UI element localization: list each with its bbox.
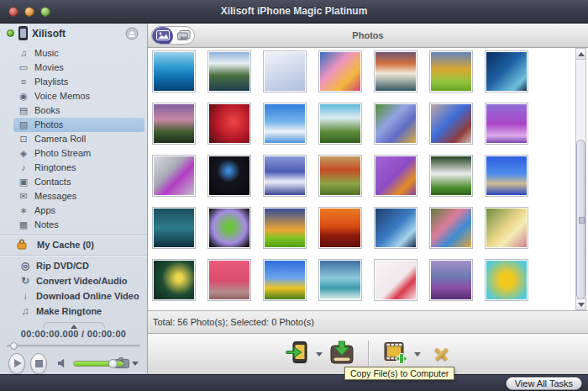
snapshot-dropdown-caret-icon[interactable] [132,362,139,366]
zoom-window-button[interactable] [40,7,50,17]
photo-thumbnail-pink-tree[interactable] [207,259,251,301]
photo-thumbnail-rose-ribbon[interactable] [374,259,417,301]
photo-thumbnail-daisy-sky[interactable] [263,103,307,145]
sidebar-tool-download-online-video[interactable]: ↓Download Online Video [15,288,144,304]
photo-thumbnail-dusk-villa[interactable] [374,50,417,92]
eject-icon[interactable] [125,27,139,40]
copy-to-computer-button[interactable] [330,341,354,367]
filmstrip-add-icon [383,341,407,367]
photo-thumbnail-blue-butterfly[interactable] [374,103,417,145]
photo-thumbnail-winter-fantasy[interactable] [263,50,307,92]
sidebar-item-music[interactable]: ♫Music [13,46,144,61]
sidebar-tool-rip-dvd-cd[interactable]: ◎Rip DVD/CD [15,258,144,273]
photo-thumbnail-waterfall[interactable] [318,259,362,301]
sidebar-item-photos[interactable]: ▨Photos [13,118,144,132]
sidebar-item-ringtones[interactable]: ♪Ringtones [13,161,144,175]
copy-to-device-icon [286,341,308,367]
copy-to-device-dropdown-caret-icon[interactable] [316,352,323,357]
photo-thumbnail-sunrise-meadow[interactable] [263,207,307,249]
scrollbar-thumb[interactable] [576,140,585,299]
photo-thumbnail-red-sunset-rocks[interactable] [318,207,362,249]
photo-thumbnail-sunset-field[interactable] [152,103,196,145]
delete-button[interactable] [428,345,450,363]
sidebar-device-row[interactable]: Xilisoft [0,26,147,41]
stop-button[interactable] [30,353,47,374]
photo-thumbnail-rainbow-rose[interactable] [207,207,251,249]
photo-thumbnail-country-house[interactable] [318,103,362,145]
photo-thumbnail-beach-panorama[interactable] [485,155,528,197]
play-icon [14,359,22,367]
minimize-window-button[interactable] [24,7,34,17]
photo-view-button[interactable] [152,27,173,45]
scroll-up-button[interactable] [576,49,585,60]
sidebar-tool-label: Rip DVD/CD [36,261,89,271]
seek-track [7,345,140,347]
sidebar-item-camera-roll[interactable]: ⊡Camera Roll [13,132,144,146]
main-header: Photos [148,24,588,48]
view-all-tasks-button[interactable]: View All Tasks [506,377,582,390]
sidebar-item-contacts[interactable]: ▣Contacts [13,175,144,189]
seek-slider[interactable] [7,342,140,350]
sidebar-item-movies[interactable]: ▭Movies [13,61,144,75]
sidebar-tool-label: Make Ringtone [36,306,102,316]
photo-thumbnail-dusk-lake-flowers[interactable] [429,259,473,301]
photo-thumbnail-bluebird-blossoms[interactable] [429,103,473,145]
photos-icon: ▨ [17,119,30,130]
photo-thumbnail-mandarin-fish[interactable] [429,207,473,249]
picture-icon [156,29,170,44]
volume-knob[interactable] [108,359,118,368]
sidebar-item-messages[interactable]: ✉Messages [13,189,144,203]
photo-thumbnail-purple-butterfly[interactable] [485,103,528,145]
photo-thumbnail-ice-planet[interactable] [374,207,417,249]
sidebar-tool-make-ringtone[interactable]: ♫Make Ringtone [15,304,144,319]
scroll-down-button[interactable] [576,299,585,309]
photo-stack-icon [177,29,191,44]
contacts-icon: ▣ [17,177,30,188]
photo-thumbnail-autumn-meadow[interactable] [429,50,473,92]
photo-thumbnail-butterfly-metal[interactable] [152,155,196,197]
sidebar-item-voice-memos[interactable]: ◉Voice Memos [13,89,144,103]
photo-thumbnail-forest-girl[interactable] [485,207,528,249]
photo-thumbnail-moon-fairy[interactable] [263,155,307,197]
lock-icon [17,238,27,251]
speaker-icon[interactable] [57,358,69,368]
sidebar-item-books[interactable]: ▤Books [13,103,144,118]
photo-thumbnail-yellow-mimosa[interactable] [485,259,528,301]
copy-to-device-button[interactable] [286,341,308,367]
sidebar-item-apps[interactable]: ∗Apps [13,203,144,218]
sidebar-item-playlists[interactable]: ≡Playlists [13,75,144,89]
export-convert-dropdown-caret-icon[interactable] [414,352,421,357]
play-button[interactable] [8,353,25,374]
photo-thumbnail-cherry-blossoms[interactable] [318,50,362,92]
close-window-button[interactable] [8,7,18,17]
sidebar-item-label: Playlists [34,77,68,87]
sidebar-divider [0,255,147,256]
arrow-down-icon [578,303,585,307]
main-panel: Photos Total: 56 Photo(s); Selected: 0 P… [148,24,588,374]
photo-thumbnail-red-rose[interactable] [207,103,251,145]
photo-thumbnail-purple-poppies[interactable] [374,155,417,197]
sidebar-tool-convert-video-audio[interactable]: ↻Convert Video/Audio [15,273,144,288]
photo-thumbnail-black-cat[interactable] [207,155,251,197]
export-convert-button[interactable] [383,341,407,367]
sidebar-item-my-cache[interactable]: My Cache (0) [0,237,147,252]
photo-thumbnail-tropical-lagoon[interactable] [152,50,196,92]
photo-thumbnail-sunflower-field[interactable] [263,259,307,301]
vertical-scrollbar[interactable] [575,48,586,310]
photo-thumbnail-underwater-fantasy[interactable] [485,50,528,92]
sidebar-item-label: Notes [34,219,59,230]
sidebar-item-label: Contacts [34,177,71,187]
photo-thumbnail-mountain-lake-reflection[interactable] [207,50,251,92]
messages-icon: ✉ [17,191,30,202]
sidebar-item-photo-stream[interactable]: ◈Photo Stream [13,146,144,161]
volume-slider[interactable] [73,359,114,368]
photo-thumbnail-yellow-butterfly[interactable] [152,259,196,301]
seek-knob[interactable] [10,342,18,350]
album-view-button[interactable] [173,27,194,45]
device-name: Xilisoft [32,28,121,40]
photo-thumbnail-mermaid[interactable] [152,207,196,249]
photo-thumbnail-autumn-farm[interactable] [318,155,362,197]
sidebar-item-notes[interactable]: ▦Notes [13,218,144,232]
photo-thumbnail-white-horse[interactable] [429,155,473,197]
collapse-handle[interactable] [43,322,105,329]
